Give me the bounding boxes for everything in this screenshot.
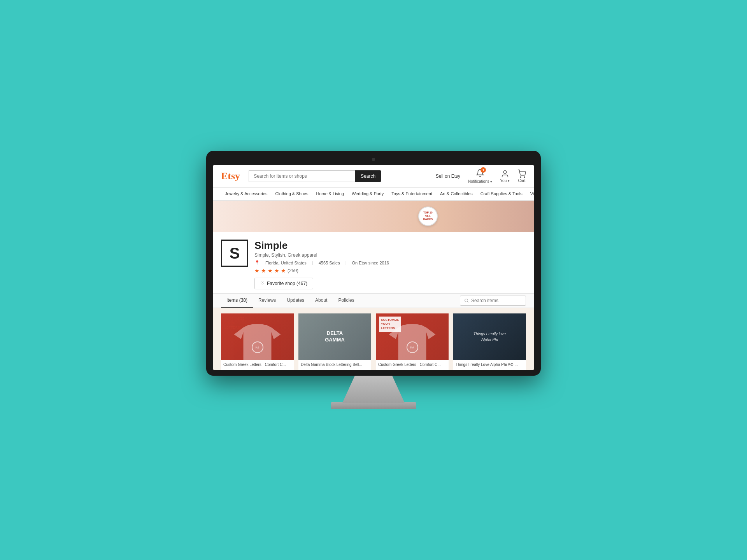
product-card-2[interactable]: DELTAGAMMA Delta Gamma Block Lettering B… (298, 313, 371, 370)
product-4-caption: Things I really Love Alpha Phi AΦ ... (453, 360, 526, 370)
meta-divider-2: | (345, 261, 347, 265)
monitor-wrapper: Etsy Search Sell on Etsy 1 (206, 151, 541, 409)
location-icon: 📍 (254, 260, 260, 265)
star-1: ★ (254, 268, 260, 274)
etsy-logo[interactable]: Etsy (221, 170, 240, 182)
svg-point-0 (503, 171, 506, 173)
product-1-caption: Custom Greek Letters - Comfort C... (221, 360, 294, 370)
shop-meta-row: 📍 Florida, United States | 4565 Sales | … (254, 260, 526, 265)
product-3-badge: ΚΑ (407, 341, 418, 353)
you-label: You ▾ (500, 178, 510, 183)
product-4-content: Things I really loveAlpha Phi (453, 313, 526, 360)
shop-info-section: S Simple Simple, Stylish, Greek apparel … (213, 232, 534, 293)
nav-vintage[interactable]: Vintage (526, 188, 534, 200)
shop-since: On Etsy since 2016 (352, 261, 389, 265)
star-3: ★ (268, 268, 273, 274)
tab-updates[interactable]: Updates (281, 294, 310, 308)
shop-location: Florida, United States (265, 261, 307, 265)
svg-point-2 (524, 177, 525, 177)
products-section: CUSTOMIZEYOURLETTERS ΚΔ Custom Greek Let… (213, 308, 534, 370)
monitor-body: Etsy Search Sell on Etsy 1 (206, 151, 541, 376)
nav-art[interactable]: Art & Collectibles (436, 188, 477, 200)
star-2: ★ (261, 268, 266, 274)
notifications-label: Notifications ▾ (468, 179, 492, 184)
product-image-4: Things I really loveAlpha Phi (453, 313, 526, 360)
meta-divider-1: | (312, 261, 313, 265)
monitor-screen: Etsy Search Sell on Etsy 1 (213, 165, 534, 370)
product-card-4[interactable]: Things I really loveAlpha Phi Things I r… (453, 313, 526, 370)
header-right: Sell on Etsy 1 Notifications ▾ (436, 169, 526, 184)
product-image-3: CUSTOMIZEYOURLETTERS ΚΑ (376, 313, 449, 360)
nav-wedding[interactable]: Wedding & Party (348, 188, 388, 200)
product-card-3[interactable]: CUSTOMIZEYOURLETTERS ΚΑ Custom Greek Let… (376, 313, 449, 370)
nav-craft[interactable]: Craft Supplies & Tools (477, 188, 526, 200)
shop-header-row: S Simple Simple, Stylish, Greek apparel … (221, 240, 526, 289)
product-2-caption: Delta Gamma Block Lettering Bell... (298, 360, 371, 370)
shop-tagline: Simple, Stylish, Greek apparel (254, 252, 526, 258)
favorite-shop-button[interactable]: ♡ Favorite shop (467) (254, 278, 313, 289)
monitor-stand (342, 376, 405, 403)
shop-sales: 4565 Sales (319, 261, 340, 265)
cart-button[interactable]: Cart (517, 170, 526, 183)
search-items-input[interactable] (471, 298, 522, 303)
search-input[interactable] (249, 170, 355, 182)
banner-badge: TOP 10 NAIL HACKS (418, 206, 438, 226)
shop-tabs: Items (38) Reviews Updates About Policie… (213, 293, 534, 308)
etsy-header: Etsy Search Sell on Etsy 1 (213, 165, 534, 188)
product-card-1[interactable]: CUSTOMIZEYOURLETTERS ΚΔ Custom Greek Let… (221, 313, 294, 370)
nav-toys[interactable]: Toys & Entertainment (388, 188, 436, 200)
shop-banner: TOP 10 NAIL HACKS (213, 201, 534, 232)
monitor-base (331, 402, 416, 409)
shop-details: Simple Simple, Stylish, Greek apparel 📍 … (254, 240, 526, 289)
nav-jewelry[interactable]: Jewelry & Accessories (221, 188, 271, 200)
user-icon (501, 170, 509, 178)
notifications-button[interactable]: 1 Notifications ▾ (468, 169, 492, 184)
search-button[interactable]: Search (355, 170, 381, 182)
user-menu-button[interactable]: You ▾ (500, 170, 510, 183)
shop-logo: S (221, 240, 248, 267)
monitor-camera (372, 158, 375, 161)
product-3-caption: Custom Greek Letters - Comfort C... (376, 360, 449, 370)
heart-icon: ♡ (260, 281, 265, 286)
star-4: ★ (274, 268, 279, 274)
product-image-1: CUSTOMIZEYOURLETTERS ΚΔ (221, 313, 294, 360)
product-2-content: DELTAGAMMA (298, 313, 371, 360)
svg-point-1 (520, 177, 521, 177)
tab-about[interactable]: About (310, 294, 333, 308)
product-4-text: Things I really loveAlpha Phi (473, 331, 506, 343)
nav-clothing[interactable]: Clothing & Shoes (271, 188, 312, 200)
products-grid: CUSTOMIZEYOURLETTERS ΚΔ Custom Greek Let… (221, 313, 526, 370)
search-items-icon (464, 298, 469, 303)
badge-line2: NAIL (425, 215, 431, 218)
banner-background (213, 201, 534, 232)
sell-on-etsy-link[interactable]: Sell on Etsy (436, 173, 460, 179)
tab-reviews[interactable]: Reviews (253, 294, 281, 308)
tab-policies[interactable]: Policies (333, 294, 359, 308)
nav-bar: Jewelry & Accessories Clothing & Shoes H… (213, 188, 534, 201)
stars-row: ★ ★ ★ ★ ★ (259) (254, 268, 526, 274)
cart-label: Cart (518, 178, 526, 183)
search-items-box (460, 296, 526, 306)
product-image-2: DELTAGAMMA (298, 313, 371, 360)
shop-name: Simple (254, 240, 526, 252)
star-5: ★ (281, 268, 286, 274)
product-2-text: DELTAGAMMA (322, 327, 348, 346)
tabs-left: Items (38) Reviews Updates About Policie… (221, 294, 360, 308)
badge-line1: TOP 10 (423, 211, 433, 214)
tab-items[interactable]: Items (38) (221, 294, 253, 308)
product-1-badge: ΚΔ (252, 341, 263, 353)
nav-home[interactable]: Home & Living (312, 188, 348, 200)
search-container: Search (249, 170, 381, 182)
badge-line3: HACKS (423, 218, 433, 221)
review-count[interactable]: (259) (288, 268, 298, 273)
cart-icon (517, 170, 526, 178)
notification-badge: 1 (480, 167, 486, 173)
favorite-label: Favorite shop (467) (267, 281, 307, 286)
svg-point-3 (465, 299, 468, 302)
